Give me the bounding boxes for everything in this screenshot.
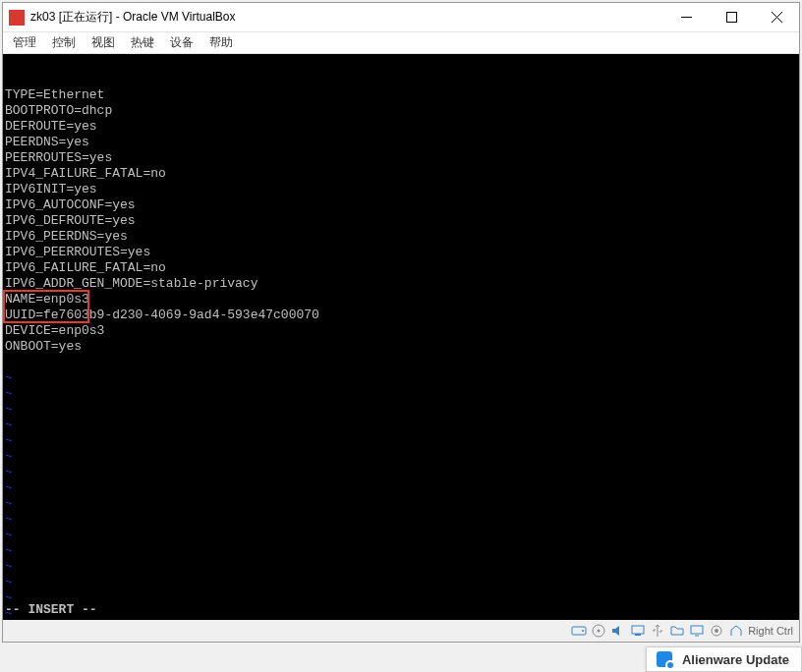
menu-control[interactable]: 控制 xyxy=(52,34,76,51)
vim-mode-indicator: -- INSERT -- xyxy=(5,602,97,618)
vim-tilde: ~ xyxy=(3,496,799,512)
usb-icon[interactable] xyxy=(650,623,665,639)
vim-tilde: ~ xyxy=(3,370,799,386)
vim-tilde: ~ xyxy=(3,402,799,418)
terminal-line: NAME=enp0s3 xyxy=(3,292,799,308)
terminal-line: IPV6_FAILURE_FATAL=no xyxy=(3,260,799,276)
hard-disk-icon[interactable] xyxy=(571,623,587,639)
display-icon[interactable] xyxy=(689,623,705,639)
menu-view[interactable]: 视图 xyxy=(91,34,115,51)
host-key-label: Right Ctrl xyxy=(748,625,793,637)
vim-tilde: ~ xyxy=(3,386,799,402)
close-button[interactable] xyxy=(754,3,799,31)
vim-tilde: ~ xyxy=(3,559,799,575)
svg-rect-1 xyxy=(726,13,736,23)
network-icon[interactable] xyxy=(630,623,646,639)
terminal[interactable]: TYPE=EthernetBOOTPROTO=dhcpDEFROUTE=yesP… xyxy=(3,54,799,620)
terminal-line: BOOTPROTO=dhcp xyxy=(3,103,799,119)
svg-point-5 xyxy=(582,630,584,632)
vim-tilde: ~ xyxy=(3,433,799,449)
maximize-button[interactable] xyxy=(709,3,754,31)
terminal-line: IPV6_ADDR_GEN_MODE=stable-privacy xyxy=(3,276,799,292)
alienware-icon xyxy=(657,651,672,667)
close-icon xyxy=(772,12,782,23)
maximize-icon xyxy=(726,12,737,23)
virtualbox-window: zk03 [正在运行] - Oracle VM VirtualBox 管理 控制… xyxy=(2,2,800,643)
optical-disk-icon[interactable] xyxy=(591,623,606,639)
notification-title: Alienware Update xyxy=(682,652,789,667)
svg-rect-8 xyxy=(632,626,644,634)
virtualbox-icon xyxy=(9,10,25,26)
terminal-line: IPV6INIT=yes xyxy=(3,182,799,197)
recording-icon[interactable] xyxy=(709,623,724,639)
menubar: 管理 控制 视图 热键 设备 帮助 xyxy=(3,32,799,54)
svg-point-13 xyxy=(715,629,718,633)
minimize-button[interactable] xyxy=(663,3,709,31)
vim-tilde: ~ xyxy=(3,606,799,620)
vim-tilde: ~ xyxy=(3,480,799,496)
window-title: zk03 [正在运行] - Oracle VM VirtualBox xyxy=(30,9,663,26)
terminal-line xyxy=(3,355,799,370)
terminal-line: ONBOOT=yes xyxy=(3,339,799,355)
shared-folder-icon[interactable] xyxy=(669,623,685,639)
terminal-line: PEERDNS=yes xyxy=(3,135,799,150)
vim-tilde: ~ xyxy=(3,449,799,465)
terminal-line: TYPE=Ethernet xyxy=(3,87,799,103)
menu-help[interactable]: 帮助 xyxy=(209,34,233,51)
terminal-line: IPV6_PEERROUTES=yes xyxy=(3,245,799,260)
terminal-line: UUID=fe7603b9-d230-4069-9ad4-593e47c0007… xyxy=(3,308,799,323)
vim-tilde: ~ xyxy=(3,575,799,590)
svg-rect-10 xyxy=(691,626,703,634)
menu-devices[interactable]: 设备 xyxy=(170,34,194,51)
host-key-icon[interactable] xyxy=(728,623,744,639)
vim-tilde: ~ xyxy=(3,590,799,606)
vim-tilde: ~ xyxy=(3,528,799,543)
terminal-line: IPV6_AUTOCONF=yes xyxy=(3,197,799,213)
vim-tilde: ~ xyxy=(3,543,799,559)
terminal-line: DEVICE=enp0s3 xyxy=(3,323,799,339)
terminal-line: IPV6_DEFROUTE=yes xyxy=(3,213,799,229)
terminal-line: IPV4_FAILURE_FATAL=no xyxy=(3,166,799,182)
window-controls xyxy=(663,3,799,31)
titlebar[interactable]: zk03 [正在运行] - Oracle VM VirtualBox xyxy=(3,3,799,32)
svg-point-7 xyxy=(598,630,601,633)
terminal-line: DEFROUTE=yes xyxy=(3,119,799,135)
vim-tilde: ~ xyxy=(3,418,799,433)
vim-tilde: ~ xyxy=(3,512,799,528)
alienware-update-notification[interactable]: Alienware Update xyxy=(646,646,802,672)
menu-manage[interactable]: 管理 xyxy=(13,34,36,51)
vim-tilde: ~ xyxy=(3,465,799,480)
minimize-icon xyxy=(681,12,692,23)
svg-rect-9 xyxy=(635,634,641,636)
terminal-line: PEERROUTES=yes xyxy=(3,150,799,166)
audio-icon[interactable] xyxy=(610,623,626,639)
menu-hotkeys[interactable]: 热键 xyxy=(131,34,154,51)
vm-statusbar: Right Ctrl xyxy=(3,620,799,642)
terminal-line: IPV6_PEERDNS=yes xyxy=(3,229,799,245)
